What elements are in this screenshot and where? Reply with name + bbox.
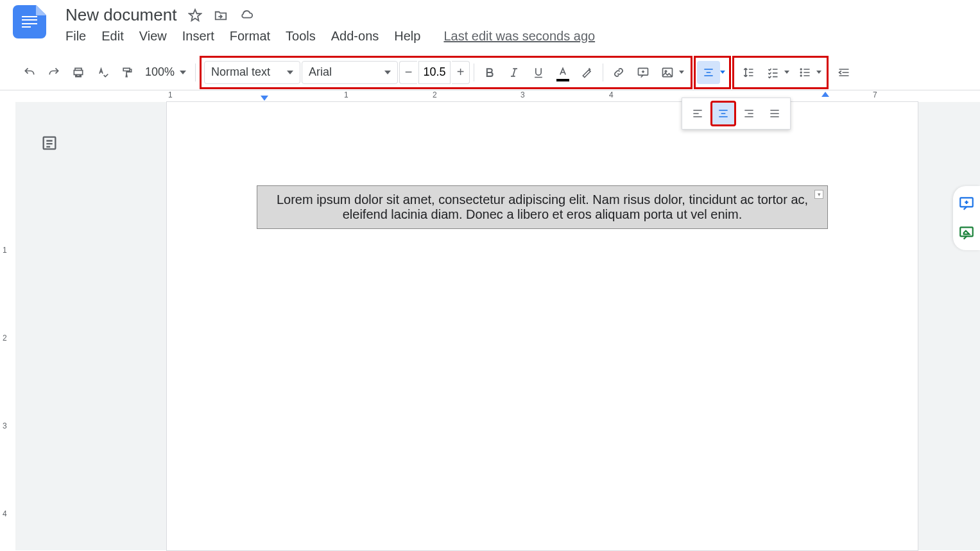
move-folder-icon[interactable]	[214, 8, 228, 22]
bulleted-list-button[interactable]	[793, 61, 816, 84]
chevron-down-icon[interactable]	[679, 71, 684, 74]
app-header: New document File Edit View Insert Forma…	[0, 0, 980, 55]
svg-point-2	[665, 71, 667, 72]
increase-font-size-button[interactable]: +	[452, 61, 470, 84]
horizontal-ruler[interactable]: 1 1 2 3 4 7	[164, 90, 980, 102]
workspace: 1 2 3 4 Lorem ipsum dolor sit amet, cons…	[0, 102, 980, 550]
italic-button[interactable]	[503, 61, 526, 84]
highlighted-toolbar-group-2	[732, 56, 829, 89]
align-button[interactable]	[697, 61, 720, 84]
undo-button[interactable]	[18, 61, 41, 84]
chevron-down-icon[interactable]	[784, 71, 789, 74]
ruler-number: 3	[3, 421, 7, 430]
ruler-number: 4	[609, 90, 614, 99]
chevron-down-icon	[180, 71, 186, 74]
block-options-handle[interactable]: ▾	[814, 190, 823, 199]
toolbar: 100% Normal text Arial − +	[0, 55, 980, 90]
docs-logo-icon[interactable]	[13, 5, 46, 38]
line-spacing-button[interactable]	[737, 61, 760, 84]
zoom-value: 100%	[145, 65, 175, 79]
align-center-button[interactable]	[710, 101, 736, 126]
suggest-edits-icon[interactable]	[958, 225, 975, 241]
chevron-down-icon	[384, 71, 391, 74]
selected-text-block[interactable]: Lorem ipsum dolor sit amet, consectetur …	[257, 185, 828, 229]
bold-button[interactable]	[478, 61, 501, 84]
text-color-button[interactable]	[551, 61, 574, 84]
zoom-select[interactable]: 100%	[140, 65, 191, 79]
print-button[interactable]	[67, 61, 90, 84]
decrease-indent-button[interactable]	[832, 61, 855, 84]
insert-image-button[interactable]	[656, 61, 679, 84]
align-right-button[interactable]	[736, 101, 762, 126]
align-dropdown-popup	[682, 97, 791, 130]
spellcheck-button[interactable]	[91, 61, 114, 84]
outline-icon[interactable]	[40, 134, 58, 152]
menu-tools[interactable]: Tools	[286, 29, 316, 44]
add-comment-button[interactable]	[632, 61, 655, 84]
menu-help[interactable]: Help	[394, 29, 420, 44]
menu-file[interactable]: File	[65, 29, 86, 44]
svg-point-3	[800, 68, 802, 70]
highlighted-align-button	[694, 56, 731, 89]
right-side-tools	[953, 186, 980, 250]
right-indent-marker[interactable]	[821, 92, 829, 97]
ruler-number: 2	[3, 334, 7, 343]
align-justify-button[interactable]	[762, 101, 787, 126]
document-canvas[interactable]: Lorem ipsum dolor sit amet, consectetur …	[83, 102, 980, 550]
underline-button[interactable]	[527, 61, 550, 84]
first-line-indent-marker[interactable]	[261, 96, 268, 101]
vertical-ruler[interactable]: 1 2 3 4	[0, 102, 15, 550]
ruler-number: 1	[3, 246, 7, 255]
paragraph-style-value: Normal text	[211, 65, 270, 79]
menubar: File Edit View Insert Format Tools Add-o…	[65, 29, 967, 44]
ruler-number: 7	[873, 90, 877, 99]
ruler-number: 1	[344, 90, 348, 99]
font-size-input[interactable]	[418, 61, 451, 84]
star-icon[interactable]	[188, 8, 202, 22]
document-page[interactable]: Lorem ipsum dolor sit amet, consectetur …	[167, 102, 918, 550]
checklist-button[interactable]	[761, 61, 784, 84]
document-text[interactable]: Lorem ipsum dolor sit amet, consectetur …	[277, 192, 808, 221]
chevron-down-icon	[287, 71, 293, 74]
ruler-number: 2	[433, 90, 437, 99]
document-title[interactable]: New document	[65, 5, 176, 25]
highlight-color-button[interactable]	[576, 61, 599, 84]
insert-link-button[interactable]	[607, 61, 630, 84]
paint-format-button[interactable]	[116, 61, 139, 84]
menu-insert[interactable]: Insert	[182, 29, 214, 44]
menu-addons[interactable]: Add-ons	[331, 29, 379, 44]
decrease-font-size-button[interactable]: −	[399, 61, 417, 84]
chevron-down-icon[interactable]	[720, 71, 725, 74]
ruler-number: 3	[520, 90, 525, 99]
ruler-number: 4	[3, 509, 7, 518]
last-edit-link[interactable]: Last edit was seconds ago	[443, 29, 595, 44]
add-comment-icon[interactable]	[958, 195, 975, 212]
font-family-value: Arial	[309, 65, 332, 79]
cloud-status-icon[interactable]	[239, 8, 254, 22]
chevron-down-icon[interactable]	[816, 71, 821, 74]
menu-view[interactable]: View	[139, 29, 167, 44]
paragraph-style-select[interactable]: Normal text	[204, 61, 300, 84]
font-family-select[interactable]: Arial	[302, 61, 398, 84]
svg-point-5	[800, 74, 802, 76]
highlighted-toolbar-group-1: Normal text Arial − +	[200, 56, 692, 89]
font-size-control: − +	[399, 61, 470, 84]
redo-button[interactable]	[42, 61, 65, 84]
outline-panel	[15, 102, 83, 550]
align-left-button[interactable]	[685, 101, 710, 126]
menu-format[interactable]: Format	[230, 29, 270, 44]
svg-point-4	[800, 71, 802, 73]
menu-edit[interactable]: Edit	[101, 29, 123, 44]
ruler-number: 1	[168, 90, 173, 99]
